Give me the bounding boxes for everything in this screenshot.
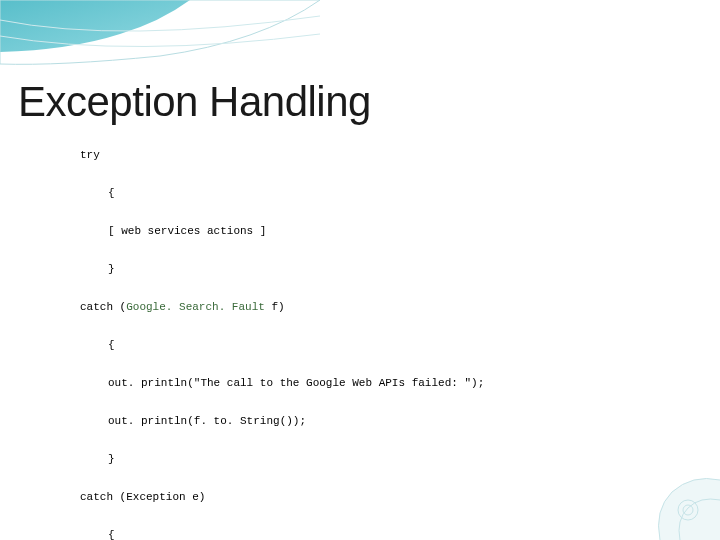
code-block: try { [ web services actions ] } catch (… — [80, 124, 484, 540]
code-line: { — [80, 529, 484, 541]
code-line: } — [80, 453, 484, 466]
code-text: catch ( — [80, 301, 126, 313]
code-line: out. println("The call to the Google Web… — [80, 377, 484, 390]
bottom-corner-decoration — [610, 450, 720, 540]
slide-title: Exception Handling — [18, 78, 371, 126]
code-line: } — [80, 263, 484, 276]
code-line: out. println(f. to. String()); — [80, 415, 484, 428]
svg-point-0 — [678, 500, 698, 520]
code-line: try — [80, 149, 484, 162]
exception-type: Google. Search. Fault — [126, 301, 265, 313]
svg-point-1 — [683, 505, 693, 515]
code-text: f) — [265, 301, 285, 313]
code-line: [ web services actions ] — [80, 225, 484, 238]
code-line: { — [80, 339, 484, 352]
slide: Exception Handling try { [ web services … — [0, 0, 720, 540]
code-line: catch (Google. Search. Fault f) — [80, 301, 484, 314]
code-line: catch (Exception e) — [80, 491, 484, 504]
corner-decoration — [0, 0, 320, 90]
code-line: { — [80, 187, 484, 200]
